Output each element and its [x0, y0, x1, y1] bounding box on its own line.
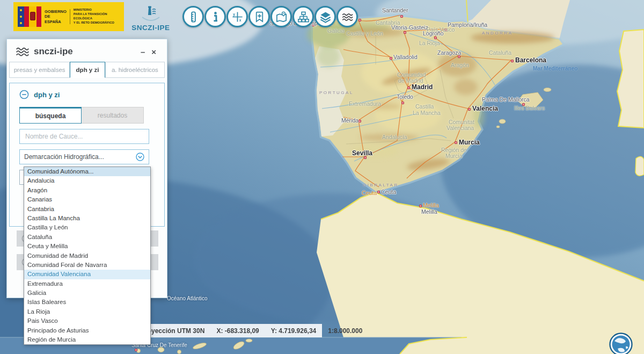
tab-busqueda[interactable]: búsqueda	[19, 107, 82, 124]
dropdown-option[interactable]: Pais Vasco	[24, 316, 150, 326]
locator-map-tool-button[interactable]	[270, 6, 292, 27]
cauce-field-wrap	[19, 129, 149, 144]
dropdown-option[interactable]: La Rioja	[24, 307, 150, 316]
layers-icon	[319, 11, 332, 23]
app-screen: Santiago De CompostelaSantanderOviedoCan…	[0, 0, 644, 354]
tab-dph-y-zi[interactable]: dph y zi	[70, 62, 105, 78]
svg-text:y: y	[233, 12, 235, 17]
snczi-ipe-wordmark: SNCZI-IPE	[131, 24, 170, 32]
hierarchy-icon	[297, 11, 310, 23]
dropdown-option[interactable]: Comunidad Valenciana	[24, 270, 150, 279]
panel-tabs: presas y embalses dph y zi a. hidroeléct…	[9, 62, 165, 78]
info-tool-button[interactable]	[204, 6, 226, 27]
dropdown-option[interactable]: Cantabria	[24, 205, 150, 214]
dropdown-option[interactable]: Cataluña	[24, 233, 150, 242]
lighthouse-icon	[139, 5, 163, 24]
globe-overview-button[interactable]	[609, 333, 633, 354]
dropdown-option[interactable]: Extremadura	[24, 279, 150, 288]
tab-a-hidroelectricos[interactable]: a. hidroeléctricos	[105, 62, 165, 78]
panel-title: snczi-ipe	[34, 46, 137, 57]
close-button[interactable]: ×	[148, 48, 159, 56]
waves-icon	[341, 11, 354, 23]
gobierno-logo: GOBIERNO DE ESPAÑA MINISTERIO PARA LA TR…	[13, 2, 124, 31]
dropdown-option[interactable]: Castilla La Mancha	[24, 214, 150, 223]
comunidad-dropdown-list: Comunidad Autónoma...AndaluciaAragónCana…	[24, 167, 151, 345]
dropdown-option[interactable]: Islas Baleares	[24, 298, 150, 307]
svg-text:x: x	[239, 18, 241, 22]
coordinates-statusbar: Proyección UTM 30N X: -683.318,09 Y: 4.7…	[136, 324, 322, 337]
bookmark-tool-button[interactable]	[248, 6, 270, 27]
map-pin-icon	[275, 11, 288, 23]
dropdown-option[interactable]: Galicia	[24, 288, 150, 298]
dropdown-option[interactable]: Castilla y León	[24, 223, 150, 232]
waves-icon	[16, 46, 30, 57]
dropdown-option[interactable]: Comunidad Autónoma...	[24, 167, 150, 176]
ministry-name: MINISTERIO PARA LA TRANSICIÓN ECOLÓGICA …	[70, 8, 121, 25]
tab-resultados[interactable]: resultados	[82, 107, 144, 124]
dropdown-option[interactable]: Comunidad de Madrid	[24, 251, 150, 261]
demarcacion-select-value: Demarcación Hidrográfica...	[24, 153, 104, 161]
dropdown-option[interactable]: Principado de Asturias	[24, 326, 150, 335]
ruler-icon	[187, 11, 200, 23]
section-title: dph y zi	[34, 91, 60, 99]
map-scale: 1:8.000.000	[328, 327, 362, 335]
dropdown-option[interactable]: Ceuta y Melilla	[24, 242, 150, 251]
dropdown-option[interactable]: Aragón	[24, 186, 150, 195]
dropdown-option[interactable]: Región de Murcia	[24, 335, 150, 344]
minus-circle-icon	[19, 90, 29, 99]
measure-tool-button[interactable]	[182, 6, 204, 27]
coordinates-tool-button[interactable]: yx	[226, 6, 248, 27]
info-icon	[209, 11, 222, 23]
legend-tool-button[interactable]	[292, 6, 314, 27]
section-collapse-header[interactable]: dph y zi	[19, 90, 149, 99]
snczi-ipe-logo: SNCZI-IPE	[127, 4, 174, 32]
minimize-button[interactable]: –	[137, 48, 148, 56]
chevron-down-circle-icon	[136, 153, 144, 161]
snczi-panel-tool-button[interactable]	[336, 6, 358, 27]
demarcacion-select[interactable]: Demarcación Hidrográfica...	[19, 149, 149, 164]
layers-tool-button[interactable]	[314, 6, 336, 27]
globe-icon	[609, 333, 633, 354]
gobierno-name: GOBIERNO DE ESPAÑA	[45, 9, 70, 24]
panel-titlebar[interactable]: snczi-ipe – ×	[7, 39, 167, 62]
axes-icon: yx	[231, 11, 244, 23]
y-coordinate: Y: 4.719.926,34	[271, 327, 317, 335]
search-result-tabs: búsqueda resultados	[19, 107, 149, 124]
cauce-name-input[interactable]	[24, 132, 144, 141]
bookmark-plus-icon	[253, 11, 266, 23]
dropdown-option[interactable]: Comunidad Foral de Navarra	[24, 261, 150, 270]
tab-presas-y-embalses[interactable]: presas y embalses	[9, 62, 70, 78]
dropdown-option[interactable]: Canarias	[24, 195, 150, 204]
spain-flag-icon	[18, 6, 41, 27]
dropdown-option[interactable]: Andalucia	[24, 176, 150, 185]
coat-of-arms-icon	[30, 12, 35, 20]
x-coordinate: X: -683.318,09	[216, 327, 259, 335]
